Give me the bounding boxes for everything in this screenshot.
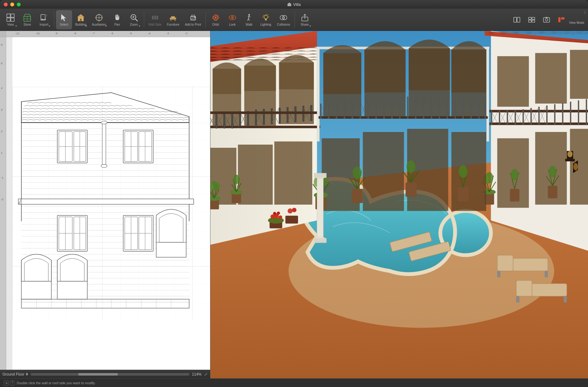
svg-rect-223 [238,145,273,205]
svg-rect-174 [497,255,513,271]
zoom-svg [130,13,138,22]
toolbar-item-building[interactable]: Building ▼ [73,10,89,29]
toolbar-item-select[interactable]: Select [56,10,72,29]
svg-rect-269 [570,129,588,205]
wall-side-label: Wall Side [149,23,162,26]
svg-rect-247 [546,105,547,125]
svg-rect-3 [11,14,14,17]
fullscreen-button[interactable] [17,2,21,6]
svg-rect-179 [516,296,519,302]
close-button[interactable] [4,2,8,6]
walk-svg [245,13,253,22]
import-label: Import [40,23,48,26]
toolbar-item-share[interactable]: Share ▼ [297,10,313,29]
view-svg [6,13,15,22]
toolbar-item-import[interactable]: Import ▼ [36,10,52,29]
svg-rect-326 [452,132,486,211]
panel-2d: -11 -10 -9 -8 -7 -6 -5 -4 -3 -2 8 6 [0,31,210,378]
svg-point-277 [549,166,556,177]
svg-rect-274 [510,189,520,202]
floor-selector[interactable]: Ground Floor [2,372,28,376]
ruler-l4: 3 [1,108,2,111]
ruler-n6: -6 [111,32,113,35]
building-svg [76,13,85,22]
toolbar-item-lighting[interactable]: Lighting [258,10,274,29]
svg-rect-306 [455,99,456,119]
content-area: -11 -10 -9 -8 -7 -6 -5 -4 -3 -2 8 6 [0,31,588,378]
toolbar-item-look[interactable]: Look [224,10,240,29]
svg-rect-69 [558,17,560,22]
svg-rect-295 [368,100,369,119]
toolbar-item-orbit[interactable]: Orbit [208,10,224,29]
toolbar-item-settings[interactable] [554,10,569,29]
svg-rect-297 [383,99,385,119]
minimize-button[interactable] [10,2,14,6]
toolbar-item-view-mode2[interactable] [525,10,539,29]
svg-rect-296 [375,99,377,119]
svg-point-275 [511,169,519,181]
svg-rect-17 [80,19,82,21]
floor-label: Ground Floor [2,372,24,376]
add-to-print-label: Add to Print [185,23,201,26]
toolbar-item-view[interactable]: View ▼ [2,10,19,29]
orbit-label: Orbit [212,23,219,26]
settings-icon [557,15,566,24]
svg-rect-68 [546,17,547,18]
scene-3d [210,31,588,378]
drawing-canvas[interactable] [12,37,210,370]
panel-2d-bottom-bar: Ground Floor 114% ⤢ [0,370,210,378]
orbit-svg [211,13,220,22]
screenshot-icon [542,15,551,24]
svg-rect-250 [570,102,571,125]
toolbar-item-walk[interactable]: Walk [241,10,257,29]
window-title-icon [287,2,292,6]
toolbar-item-screenshot[interactable] [539,10,554,29]
toolbar-item-pan[interactable]: Pan [109,10,125,29]
share-label: Share [300,23,309,26]
svg-rect-38 [192,19,195,20]
share-icon [300,13,309,22]
toolbar-item-zoom[interactable]: Zoom ▼ [126,10,142,29]
share-svg [300,13,309,22]
ruler-n7: -5 [129,32,132,35]
svg-rect-35 [171,16,175,18]
scrollbar-thumb [78,373,118,376]
svg-point-335 [407,160,416,173]
toolbar-item-collisions[interactable]: Collisions [275,10,293,29]
horizontal-scrollbar[interactable] [31,373,190,376]
floor-down-arrow[interactable] [26,374,28,376]
svg-rect-2 [7,14,10,17]
select-svg [60,13,68,22]
svg-rect-198 [279,108,280,123]
zoom-dropdown-arrow: ▼ [138,25,141,28]
svg-rect-61 [517,17,520,22]
toolbar-item-prev[interactable] [510,10,524,29]
look-label: Look [229,23,236,26]
view-mode-label: View Mode [569,15,586,24]
ruler-n5: -7 [92,32,95,35]
info-button[interactable]: i [585,10,586,15]
svg-point-346 [288,208,292,213]
svg-rect-301 [415,96,416,119]
zoom-label: Zoom [130,23,138,26]
toolbar-item-add-to-print[interactable]: Add to Print [182,10,203,29]
add-to-print-icon [188,13,198,22]
svg-marker-1 [288,2,291,4]
svg-rect-299 [399,97,400,119]
toolbar-item-auxiliaries[interactable]: Auxiliaries ▼ [89,10,109,29]
settings-svg [558,16,565,23]
svg-rect-236 [535,53,567,104]
svg-rect-60 [514,17,517,22]
toolbar-item-wall-side[interactable]: Wall Side [146,10,164,29]
ruler-n4: -8 [74,32,76,35]
svg-rect-304 [439,98,440,119]
toolbar-item-furniture[interactable]: Furniture [164,10,182,29]
floor-up-arrow[interactable] [26,373,28,374]
zoom-expand-icon[interactable]: ⤢ [204,372,208,377]
ruler-left: 8 6 4 3 2 1 -1 -2 [0,37,6,370]
svg-rect-334 [405,182,417,197]
toolbar-item-store[interactable]: Store [19,10,35,29]
svg-rect-298 [391,98,392,119]
svg-point-344 [277,211,280,215]
auxiliaries-label: Auxiliaries [92,23,106,26]
